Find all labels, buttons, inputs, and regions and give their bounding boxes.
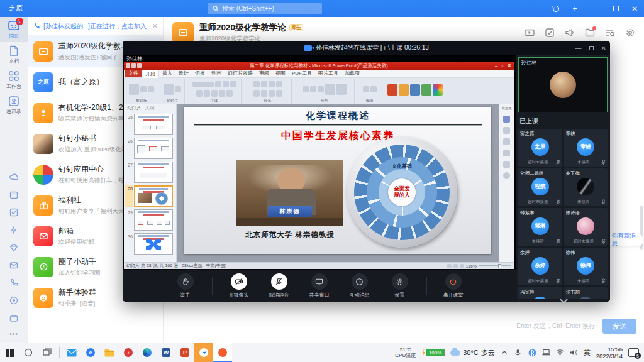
slide-thumb-30[interactable]: 30 (125, 233, 175, 255)
tab-design[interactable]: 设计 (175, 70, 192, 77)
participant-tile[interactable]: 陈诗语 超时未接通 (564, 208, 608, 246)
pane-tab-outline[interactable]: 大纲 (145, 105, 155, 111)
maximize-button[interactable] (606, 0, 625, 17)
participant-tile[interactable]: 徐伟 徐伟 未接听 (564, 248, 608, 285)
sidebar-item-docs[interactable]: 文档 (0, 42, 28, 67)
ribbon-group-drawing[interactable]: 绘图 (294, 79, 355, 104)
view-slideshow-icon[interactable] (460, 264, 464, 268)
camera-toggle-button[interactable]: 开摄像头 (225, 273, 253, 299)
slide-thumb-28-selected[interactable]: 28 (125, 185, 175, 207)
announcement-icon[interactable] (565, 28, 575, 38)
participant-tile[interactable]: 富之原 之原 超时未接通 (518, 129, 562, 167)
volume-tray-icon[interactable] (570, 349, 578, 357)
view-normal-icon[interactable] (447, 264, 452, 268)
tab-insert[interactable]: 插入 (159, 70, 175, 77)
ribbon-group-paragraph[interactable]: 段落 (244, 79, 292, 104)
tab-view[interactable]: 视图 (272, 70, 289, 77)
raise-hand-button[interactable]: 举手 (172, 273, 199, 299)
music-app-icon[interactable]: ♪ (119, 343, 138, 362)
resource-icon[interactable] (503, 161, 510, 168)
file-explorer-icon[interactable] (100, 343, 119, 362)
microphone-tray-icon[interactable] (514, 349, 523, 357)
pane-tab-slides[interactable]: 幻灯片 (127, 105, 142, 111)
browser-e-app-icon[interactable]: e (81, 343, 100, 362)
mute-toggle-button[interactable]: 取消静音 (265, 273, 293, 299)
cpu-temp-widget[interactable]: 51°C CPU温度 (395, 347, 416, 358)
battery-widget[interactable]: 100% (421, 349, 445, 356)
archive-icon[interactable] (9, 314, 18, 322)
resource-icon[interactable] (503, 116, 510, 123)
call-close-button[interactable]: ✕ (601, 45, 606, 52)
ribbon-group-editing[interactable]: 编辑 (357, 79, 382, 104)
edge-browser-icon[interactable] (138, 343, 157, 362)
slide-thumb-27[interactable]: 27 (125, 162, 175, 183)
chat-search-icon[interactable] (605, 28, 615, 38)
record-icon[interactable] (9, 296, 18, 305)
dingtalk-app-icon[interactable] (194, 343, 213, 362)
slide-canvas[interactable]: 化学课程概述 中国学生发展核心素养 林崇德 北京师范大学 林崇德教授 (184, 107, 491, 254)
video-meeting-icon[interactable] (525, 28, 535, 38)
todo-icon[interactable] (9, 208, 18, 217)
add-icon[interactable]: + (565, 0, 584, 17)
send-button[interactable]: 发送 (602, 319, 636, 334)
share-window-button[interactable]: 共享窗口 (306, 273, 333, 299)
participant-tile[interactable]: 章耕 章耕 未接听 (564, 129, 608, 167)
call-maximize-button[interactable] (589, 45, 594, 52)
close-button[interactable]: ✕ (625, 0, 644, 17)
spotlight-video-tile[interactable]: 孙佳林 (518, 57, 608, 112)
participant-tile[interactable]: 余婷 余婷 超时未接通 (518, 248, 562, 285)
ribbon-group-slides[interactable]: 幻灯片 (160, 79, 185, 104)
tab-picture-tools[interactable]: 图片工具 (315, 70, 341, 77)
more-icon[interactable]: ••• (9, 331, 18, 337)
history-icon[interactable] (547, 0, 565, 17)
weather-widget[interactable]: 30°C 多云 (450, 348, 495, 358)
task-icon[interactable] (545, 28, 555, 38)
mail-app-icon[interactable] (62, 343, 81, 362)
participant-tile[interactable]: 冯宗博 宗博 超时未接通 (518, 287, 562, 299)
gem-icon[interactable] (9, 243, 18, 252)
tab-file[interactable]: 文件 (125, 70, 142, 77)
bluetooth-tray-icon[interactable] (528, 349, 536, 357)
sidebar-item-contacts[interactable]: 通讯录 (0, 92, 28, 118)
slide-thumb-26[interactable]: 26 (125, 138, 175, 159)
powerpoint-app-icon[interactable]: P (175, 343, 194, 362)
start-button[interactable] (0, 343, 19, 362)
tab-review[interactable]: 审阅 (256, 70, 272, 77)
action-center-icon[interactable]: 5 (628, 348, 639, 357)
mail-icon[interactable] (9, 261, 18, 270)
ribbon-group-clipboard[interactable]: 剪贴板 (126, 79, 157, 104)
hidden-icons-chevron[interactable] (501, 349, 509, 357)
interactive-message-button[interactable]: 互动消息 (346, 273, 374, 299)
call-minimize-button[interactable]: — (575, 45, 582, 52)
tab-home[interactable]: 开始 (142, 70, 159, 78)
ribbon-group-addins[interactable] (385, 79, 445, 104)
ppt-restore-icon[interactable]: ▫ (501, 63, 503, 69)
input-language-indicator[interactable]: 英 (584, 348, 591, 358)
ribbon-group-font[interactable]: 字体 (187, 79, 242, 104)
tab-animations[interactable]: 动画 (208, 70, 225, 77)
calendar-icon[interactable] (9, 190, 18, 199)
task-view-button[interactable] (38, 343, 57, 362)
files-icon[interactable] (585, 28, 595, 38)
phone-icon[interactable] (9, 278, 18, 287)
ongoing-class-banner[interactable]: [孙佳林发起的...]正在进行，点击加入 ✕ (28, 17, 163, 36)
sidebar-item-workbench[interactable]: 工作台 (0, 67, 28, 92)
leave-class-button[interactable]: 离开课堂 (440, 273, 467, 299)
cloud-drive-icon[interactable] (9, 173, 18, 182)
cortana-search-button[interactable] (19, 343, 38, 362)
sidebar-item-messages[interactable]: 1 消息 (0, 17, 28, 42)
search-input[interactable]: 搜索 (Ctrl+Shift+F) (208, 3, 322, 14)
zoom-slider[interactable] (479, 265, 511, 266)
tab-pdf-tools[interactable]: PDF工具 (289, 70, 315, 77)
settings-icon[interactable] (625, 28, 635, 38)
resource-icon[interactable] (503, 127, 510, 134)
class-window-taskbar-icon[interactable] (213, 343, 232, 362)
call-titlebar[interactable]: 孙佳林发起的在线课堂 | 已上课 00:26:13 — ✕ (123, 41, 610, 55)
minimize-button[interactable]: — (587, 0, 606, 17)
resource-icon[interactable] (503, 138, 510, 145)
participant-tile[interactable]: 姜玉梅 未接听 (564, 168, 608, 206)
slide-thumb-29[interactable]: 29 (125, 209, 175, 231)
laptop-tray-icon[interactable] (542, 349, 550, 357)
resource-icon[interactable] (503, 150, 510, 156)
flash-icon[interactable] (9, 226, 18, 234)
